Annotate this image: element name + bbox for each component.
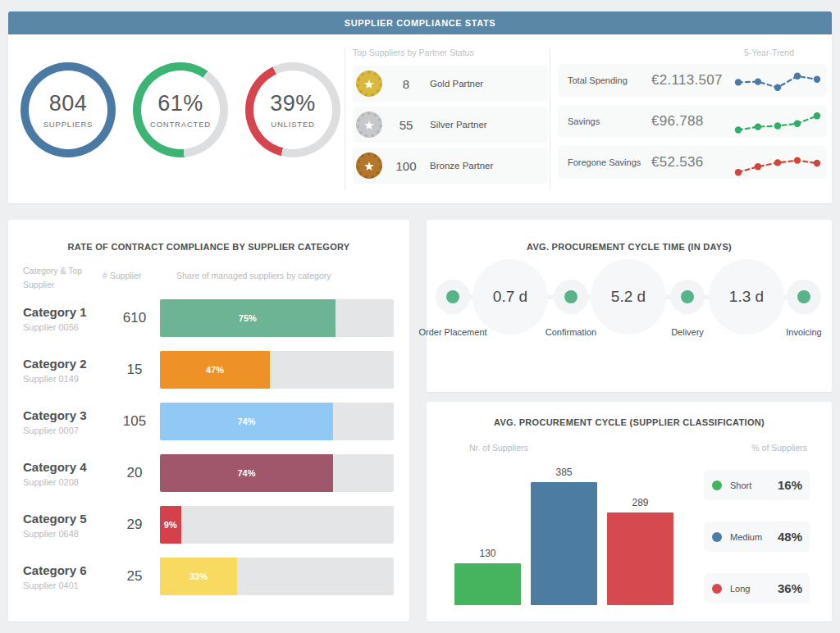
legend-label: Long xyxy=(730,584,778,594)
partner-status-heading: Top Suppliers by Partner Status xyxy=(353,48,548,57)
legend-label: Medium xyxy=(730,532,778,542)
stage-dot-icon xyxy=(564,290,578,303)
supplier-count: 105 xyxy=(109,413,160,430)
compliance-bar-fill: 74% xyxy=(160,454,333,492)
bar-rect xyxy=(607,512,673,605)
partner-status-list: ★8Gold Partner★55Silver Partner★100Bronz… xyxy=(353,66,548,184)
bar-value-label: 130 xyxy=(479,548,495,559)
partner-label: Gold Partner xyxy=(430,79,483,89)
silver-badge-icon: ★ xyxy=(356,112,382,138)
bar-rect xyxy=(531,482,597,605)
compliance-bar-track: 74% xyxy=(160,454,394,492)
partner-label: Bronze Partner xyxy=(430,161,493,171)
compliance-bar-track: 47% xyxy=(160,351,394,389)
compliance-row: Category 6Supplier 04012533% xyxy=(8,558,409,595)
trend-value: €52.536 xyxy=(651,154,732,171)
trend-label: Foregone Savings xyxy=(568,157,651,167)
classification-bar: 385 xyxy=(531,467,597,605)
compliance-bar-pct: 74% xyxy=(237,468,255,478)
top-supplier-name: Supplier 0149 xyxy=(23,374,109,384)
legend-dot-icon xyxy=(712,532,722,542)
divider xyxy=(550,48,550,190)
stage-label: Confirmation xyxy=(534,326,608,339)
kpi-label: CONTRACTED xyxy=(150,120,211,129)
category-name: Category 1 xyxy=(23,305,109,319)
cycle-timeline: 0.7 d5.2 d1.3 dOrder PlacementConfirmati… xyxy=(427,220,832,392)
compliance-bar-track: 74% xyxy=(160,403,394,440)
stage-label: Order Placement xyxy=(416,326,490,339)
trend-row: Savings€96.788 xyxy=(558,105,827,138)
legend-percentage: 48% xyxy=(778,530,802,544)
compliance-bar-track: 33% xyxy=(160,558,394,595)
trend-section: 5-Year-Trend Total Spending€2.113.507Sav… xyxy=(558,48,827,187)
stage-dot-icon xyxy=(446,290,459,303)
legend-row: Medium48% xyxy=(704,521,810,552)
compliance-bar-fill: 33% xyxy=(160,558,237,595)
bar-value-label: 385 xyxy=(555,467,572,478)
dashboard-header: SUPPLIER COMPLIANCE STATS xyxy=(8,11,832,34)
legend-dot-icon xyxy=(712,480,722,490)
category-name: Category 3 xyxy=(23,408,109,422)
trend-label: Savings xyxy=(568,116,651,126)
trend-row: Foregone Savings€52.536 xyxy=(558,146,827,179)
trend-list: Total Spending€2.113.507Savings€96.788Fo… xyxy=(558,64,827,179)
legend-percentage: 36% xyxy=(778,581,802,595)
bar-value-label: 289 xyxy=(632,497,648,508)
kpi-center: 61%CONTRACTED xyxy=(141,71,220,149)
category-cell: Category 2Supplier 0149 xyxy=(23,357,109,384)
trend-value: €96.788 xyxy=(651,113,732,130)
category-name: Category 2 xyxy=(23,357,109,371)
axis-label-percent: % of Suppliers xyxy=(751,443,807,453)
divider xyxy=(345,48,345,190)
stage-label: Delivery xyxy=(651,326,724,339)
kpi-value: 61% xyxy=(158,91,203,116)
partner-status-section: Top Suppliers by Partner Status ★8Gold P… xyxy=(353,48,548,189)
cycle-time-panel: AVG. PROCUREMENT CYCLE TIME (IN DAYS) 0.… xyxy=(427,220,832,392)
category-name: Category 5 xyxy=(23,512,109,526)
classification-panel: AVG. PROCUREMENT CYCLE (SUPPLIER CLASSIF… xyxy=(427,402,832,622)
category-cell: Category 5Supplier 0648 xyxy=(23,512,109,539)
compliance-row: Category 3Supplier 000710574% xyxy=(8,403,409,440)
top-supplier-name: Supplier 0401 xyxy=(23,581,109,590)
top-supplier-name: Supplier 0056 xyxy=(23,322,109,332)
kpi-label: UNLISTED xyxy=(271,120,314,129)
compliance-panel: RATE OF CONTRACT COMPLIANCE BY SUPPLIER … xyxy=(8,220,409,622)
kpi-center: 39%UNLISTED xyxy=(253,71,332,149)
trend-sparkline xyxy=(732,64,824,97)
compliance-row: Category 5Supplier 0648299% xyxy=(8,506,409,544)
compliance-bar-track: 9% xyxy=(160,506,394,544)
kpi-donut-contracted: 61%CONTRACTED xyxy=(133,62,228,157)
compliance-bar-fill: 9% xyxy=(160,506,181,544)
classification-legend: Short16%Medium48%Long36% xyxy=(704,470,810,625)
compliance-bar-fill: 75% xyxy=(160,299,336,337)
bronze-badge-icon: ★ xyxy=(356,153,382,179)
legend-row: Long36% xyxy=(704,573,810,603)
category-cell: Category 1Supplier 0056 xyxy=(23,305,109,332)
supplier-count: 20 xyxy=(109,465,160,481)
trend-value: €2.113.507 xyxy=(651,72,732,89)
trend-row: Total Spending€2.113.507 xyxy=(558,64,827,97)
compliance-bar-pct: 75% xyxy=(239,313,257,323)
classification-title: AVG. PROCUREMENT CYCLE (SUPPLIER CLASSIF… xyxy=(427,417,832,427)
kpi-donut-row: 804SUPPLIERS61%CONTRACTED39%UNLISTED xyxy=(21,62,340,157)
kpi-value: 804 xyxy=(49,91,88,116)
dashboard-title: SUPPLIER COMPLIANCE STATS xyxy=(345,18,496,28)
compliance-row: Category 1Supplier 005661075% xyxy=(8,299,409,337)
category-name: Category 6 xyxy=(23,563,109,577)
partner-count: 100 xyxy=(382,159,430,173)
category-cell: Category 4Supplier 0208 xyxy=(23,460,109,487)
trend-heading: 5-Year-Trend xyxy=(558,48,827,57)
kpi-donut-unlisted: 39%UNLISTED xyxy=(245,62,340,157)
partner-row: ★8Gold Partner xyxy=(353,66,548,102)
compliance-bar-pct: 47% xyxy=(206,365,224,375)
column-header-category: Category & Top Supplier xyxy=(23,264,89,292)
gold-badge-icon: ★ xyxy=(356,71,382,97)
category-cell: Category 6Supplier 0401 xyxy=(23,563,109,590)
compliance-title: RATE OF CONTRACT COMPLIANCE BY SUPPLIER … xyxy=(8,242,409,252)
partner-count: 55 xyxy=(382,118,430,132)
top-supplier-name: Supplier 0007 xyxy=(23,426,109,435)
supplier-count: 15 xyxy=(109,362,160,378)
supplier-count: 29 xyxy=(109,517,160,533)
axis-label-suppliers: Nr. of Suppliers xyxy=(469,443,528,453)
top-supplier-name: Supplier 0648 xyxy=(23,529,109,539)
